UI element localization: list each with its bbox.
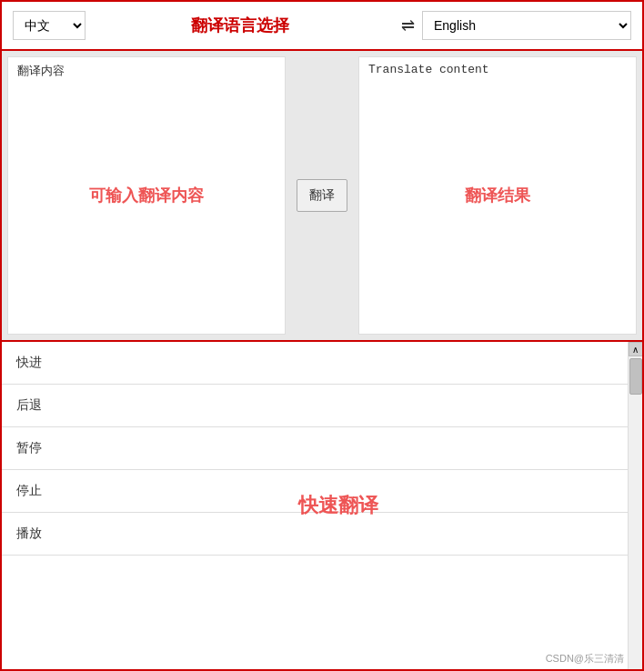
source-language-select[interactable]: 中文: [13, 11, 86, 40]
target-result-placeholder: 翻译结果: [465, 185, 530, 206]
swap-languages-icon[interactable]: ⇌: [401, 15, 415, 35]
target-language-select[interactable]: English Chinese Japanese Korean French G…: [422, 11, 631, 40]
list-item[interactable]: 停止: [2, 470, 628, 513]
source-panel-header: 翻译内容: [8, 57, 285, 85]
list-item[interactable]: 暂停: [2, 427, 628, 470]
list-item[interactable]: 后退: [2, 385, 628, 427]
quick-translate-list[interactable]: 快进 后退 暂停 停止 播放: [2, 342, 628, 669]
scrollbar-track: ∧: [628, 342, 642, 669]
target-panel: Translate content 翻译结果: [358, 56, 637, 335]
list-item[interactable]: 播放: [2, 513, 628, 556]
translate-button[interactable]: 翻译: [297, 179, 347, 212]
scrollbar-up-button[interactable]: ∧: [629, 342, 643, 356]
watermark: CSDN@乐三清清: [546, 652, 624, 666]
section-title: 翻译语言选择: [86, 15, 394, 36]
language-selector-bar: 中文 翻译语言选择 ⇌ English Chinese Japanese Kor…: [2, 2, 642, 51]
translate-controls: 翻译: [286, 51, 358, 340]
translation-area: 翻译内容 可输入翻译内容 翻译 Translate content 翻译结果: [2, 51, 642, 342]
target-panel-header: Translate content: [359, 57, 636, 82]
scrollbar-thumb[interactable]: [629, 358, 642, 395]
source-panel: 翻译内容 可输入翻译内容: [7, 56, 286, 335]
list-item[interactable]: 快进: [2, 342, 628, 385]
source-textarea[interactable]: [8, 85, 285, 334]
app-container: 中文 翻译语言选择 ⇌ English Chinese Japanese Kor…: [0, 0, 644, 671]
quick-translate-section: 快进 后退 暂停 停止 播放 快速翻译 ∧ CSDN@乐三清清: [2, 342, 642, 669]
